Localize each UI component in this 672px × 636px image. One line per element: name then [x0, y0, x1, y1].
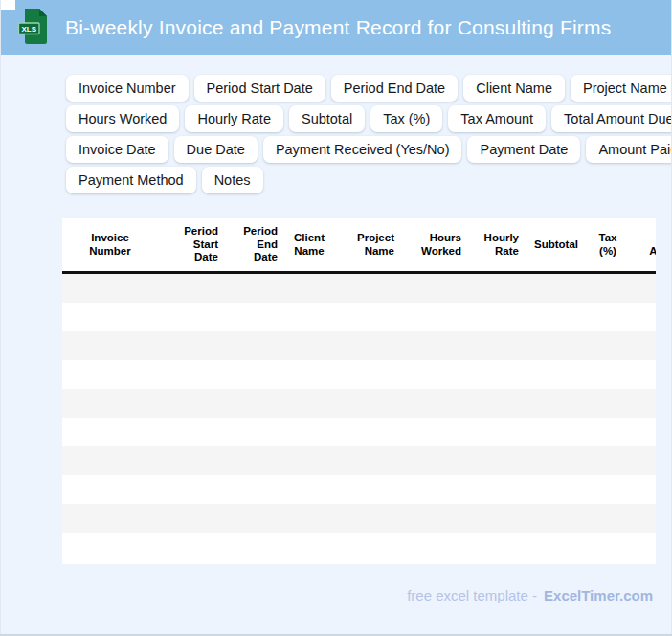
column-chip[interactable]: Hours Worked [66, 105, 179, 132]
table-header-row: Invoice NumberPeriod Start DatePeriod En… [62, 218, 656, 274]
table-row [62, 533, 656, 561]
column-chip[interactable]: Client Name [463, 75, 565, 102]
column-chip[interactable]: Period End Date [331, 75, 458, 102]
footer-credit-text: free excel template - [407, 587, 537, 603]
xls-icon-label: XLS [21, 24, 36, 33]
table-row [62, 274, 656, 303]
column-header: Invoice Number [62, 218, 158, 271]
column-header: Tax (%) [589, 218, 627, 271]
column-chip[interactable]: Due Date [174, 136, 258, 163]
column-chip[interactable]: Payment Received (Yes/No) [263, 136, 462, 163]
column-header: Hours Worked [399, 218, 466, 271]
column-header: Hourly Rate [466, 218, 524, 271]
column-header: Period Start Date [158, 218, 223, 271]
column-chip[interactable]: Total Amount Due [551, 105, 672, 132]
column-chip[interactable]: Subtotal [289, 105, 365, 132]
column-header: Project Name [336, 218, 399, 271]
column-chip[interactable]: Project Name [571, 75, 672, 102]
table-row [62, 504, 656, 533]
table-row [62, 418, 656, 446]
xls-file-icon: XLS [17, 8, 50, 49]
table-row [62, 475, 656, 504]
table-row [62, 303, 656, 331]
table-row [62, 360, 656, 389]
invoice-table: Invoice NumberPeriod Start DatePeriod En… [62, 218, 656, 564]
table-body [62, 274, 656, 561]
column-chip[interactable]: Payment Method [66, 167, 196, 193]
brand-link[interactable]: ExcelTimer.com [544, 587, 653, 603]
column-header: Tax Amount [627, 218, 656, 271]
column-chip[interactable]: Invoice Number [66, 75, 189, 102]
chip-row: Invoice DateDue DatePayment Received (Ye… [66, 136, 663, 163]
column-chip[interactable]: Notes [202, 167, 263, 193]
column-header: Subtotal [524, 218, 589, 271]
top-left-white-corner [0, 0, 15, 10]
column-chip[interactable]: Tax Amount [448, 105, 546, 132]
chip-row: Hours WorkedHourly RateSubtotalTax (%)Ta… [66, 105, 663, 132]
app-header: XLS Bi-weekly Invoice and Payment Record… [0, 0, 672, 55]
chip-row: Invoice NumberPeriod Start DatePeriod En… [66, 75, 663, 102]
table-row [62, 331, 656, 360]
column-chips-section: Invoice NumberPeriod Start DatePeriod En… [66, 75, 663, 197]
column-header: Period End Date [223, 218, 282, 271]
column-chip[interactable]: Period Start Date [194, 75, 325, 102]
page-title: Bi-weekly Invoice and Payment Record for… [65, 16, 611, 39]
table-row [62, 389, 656, 418]
column-chip[interactable]: Amount Paid [586, 136, 672, 163]
column-chip[interactable]: Payment Date [467, 136, 580, 163]
column-chip[interactable]: Hourly Rate [185, 105, 283, 132]
footer-credit: free excel template - ExcelTimer.com [407, 587, 653, 603]
chip-row: Payment MethodNotes [66, 167, 663, 193]
column-header: Client Name [282, 218, 336, 271]
column-chip[interactable]: Tax (%) [370, 105, 442, 132]
table-row [62, 446, 656, 475]
column-chip[interactable]: Invoice Date [66, 136, 168, 163]
